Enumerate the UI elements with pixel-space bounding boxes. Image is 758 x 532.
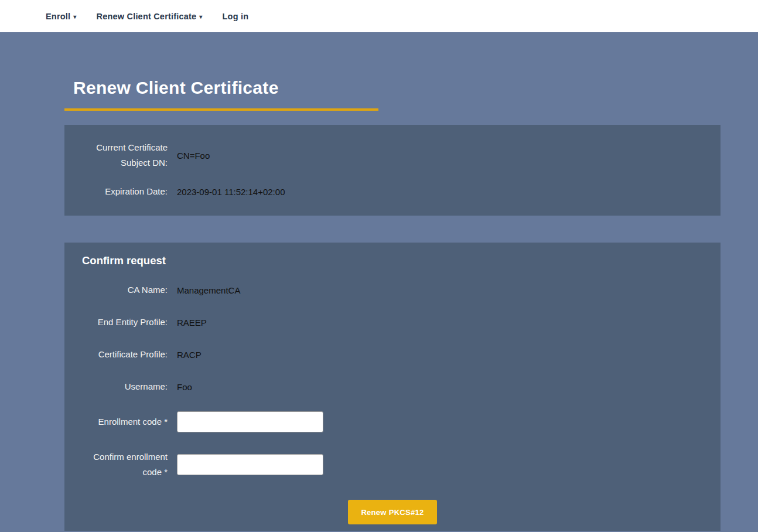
top-navbar: Enroll ▾ Renew Client Certificate ▾ Log … — [0, 0, 758, 32]
nav-log-in[interactable]: Log in — [223, 12, 249, 21]
page-title: Renew Client Certificate — [73, 78, 378, 98]
subject-dn-value: CN=Foo — [177, 151, 210, 161]
page-title-block: Renew Client Certificate — [64, 78, 378, 111]
field-row-enrollment-code: Enrollment code * — [64, 411, 721, 432]
end-entity-profile-label: End Entity Profile: — [64, 315, 168, 330]
username-value: Foo — [177, 382, 192, 392]
nav-enroll-label: Enroll — [46, 12, 70, 21]
expiration-date-label: Expiration Date: — [64, 184, 168, 199]
field-row-certificate-profile: Certificate Profile: RACP — [64, 347, 721, 362]
certificate-profile-label: Certificate Profile: — [64, 347, 168, 362]
ca-name-value: ManagementCA — [177, 285, 240, 295]
end-entity-profile-value: RAEEP — [177, 318, 207, 328]
username-label: Username: — [64, 379, 168, 394]
certificate-profile-value: RACP — [177, 350, 202, 360]
enrollment-code-input[interactable] — [177, 411, 323, 432]
nav-renew-client-certificate[interactable]: Renew Client Certificate ▾ — [97, 12, 203, 21]
field-row-ca-name: CA Name: ManagementCA — [64, 282, 721, 298]
confirm-enrollment-code-label: Confirm enrollment code * — [64, 449, 168, 480]
field-row-username: Username: Foo — [64, 379, 721, 394]
info-row-subject-dn: Current Certificate Subject DN: CN=Foo — [64, 140, 721, 170]
field-row-confirm-enrollment-code: Confirm enrollment code * — [64, 449, 721, 480]
renew-pkcs12-button[interactable]: Renew PKCS#12 — [348, 500, 436, 524]
expiration-date-value: 2023-09-01 11:52:14+02:00 — [177, 187, 285, 197]
confirm-request-heading: Confirm request — [82, 254, 721, 267]
ca-name-label: CA Name: — [64, 282, 168, 298]
confirm-request-card: Confirm request CA Name: ManagementCA En… — [64, 243, 721, 531]
chevron-down-icon: ▾ — [73, 13, 76, 20]
nav-enroll[interactable]: Enroll ▾ — [46, 12, 77, 21]
nav-renew-label: Renew Client Certificate — [97, 12, 197, 21]
button-row: Renew PKCS#12 — [64, 500, 721, 524]
subject-dn-label: Current Certificate Subject DN: — [64, 140, 168, 170]
certificate-info-card: Current Certificate Subject DN: CN=Foo E… — [64, 125, 721, 216]
field-row-end-entity-profile: End Entity Profile: RAEEP — [64, 315, 721, 330]
nav-login-label: Log in — [223, 12, 249, 21]
info-row-expiration-date: Expiration Date: 2023-09-01 11:52:14+02:… — [64, 184, 721, 199]
enrollment-code-label: Enrollment code * — [64, 414, 168, 429]
confirm-enrollment-code-input[interactable] — [177, 454, 323, 475]
chevron-down-icon: ▾ — [199, 13, 202, 20]
